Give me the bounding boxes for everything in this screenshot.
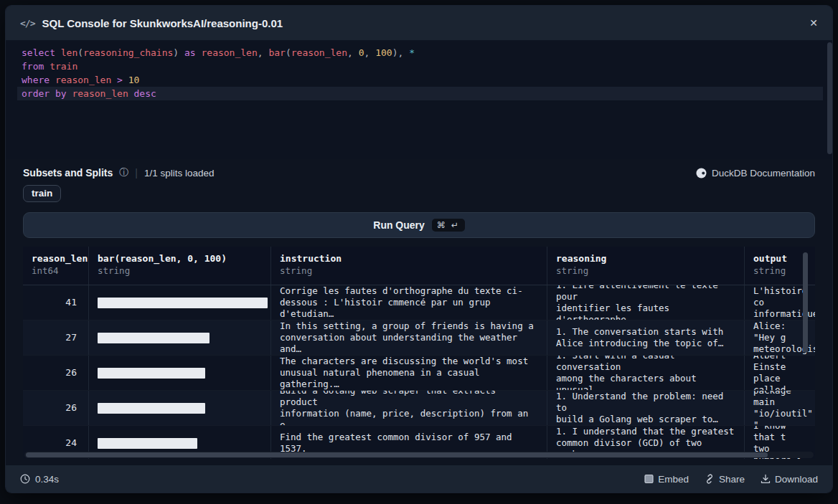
column-name: bar(reason_len, 0, 100) bbox=[98, 253, 262, 264]
column-header-reason-len[interactable]: reason_len int64 bbox=[23, 247, 89, 285]
splits-loaded-status: 1/1 splits loaded bbox=[144, 168, 215, 179]
cell-instruction: Corrige les fautes d'orthographe du text… bbox=[271, 285, 547, 320]
download-label: Download bbox=[775, 474, 818, 485]
cell-instruction: Build a Golang web scraper that extracts… bbox=[271, 391, 547, 425]
clock-icon bbox=[20, 474, 30, 484]
column-type: string bbox=[556, 265, 735, 276]
column-name: instruction bbox=[280, 253, 538, 264]
split-chip-train[interactable]: train bbox=[23, 185, 61, 202]
duckdb-documentation-link[interactable]: DuckDB Documentation bbox=[696, 168, 815, 179]
results-table: reason_len int64 bar(reason_len, 0, 100)… bbox=[23, 247, 815, 459]
column-header-instruction[interactable]: instruction string bbox=[271, 247, 547, 285]
column-type: string bbox=[753, 265, 806, 276]
cell-bar bbox=[89, 285, 271, 320]
doc-link-label: DuckDB Documentation bbox=[712, 168, 815, 179]
column-name: reason_len bbox=[32, 253, 80, 264]
page-backdrop: { "modal": { "title": "SQL Console for S… bbox=[0, 0, 838, 504]
link-icon bbox=[705, 474, 715, 484]
cell-reason-len: 27 bbox=[23, 320, 89, 355]
table-vertical-scrollbar[interactable] bbox=[803, 252, 808, 353]
bar-visualization bbox=[98, 298, 268, 308]
table-row[interactable]: 26Build a Golang web scraper that extrac… bbox=[23, 391, 815, 426]
table-row[interactable]: 26The characters are discussing the worl… bbox=[23, 356, 815, 391]
cell-reason-len: 41 bbox=[23, 285, 89, 320]
editor-scrollbar[interactable] bbox=[827, 42, 832, 154]
table-horizontal-scrollbar[interactable] bbox=[24, 452, 814, 458]
cell-instruction: In this setting, a group of friends is h… bbox=[271, 320, 547, 355]
sql-code-line: select len(reasoning_chains) as reason_l… bbox=[17, 46, 823, 60]
download-button[interactable]: Download bbox=[761, 474, 818, 485]
modal-header: </> SQL Console for SkunkworksAI/reasoni… bbox=[6, 6, 832, 40]
cell-bar bbox=[89, 320, 271, 355]
footer-actions: Embed Share Download bbox=[644, 474, 818, 485]
sql-code-lines: select len(reasoning_chains) as reason_l… bbox=[17, 46, 823, 100]
column-name: output bbox=[753, 253, 806, 264]
column-type: string bbox=[280, 265, 538, 276]
column-name: reasoning bbox=[556, 253, 735, 264]
sql-code-line: where reason_len > 10 bbox=[17, 73, 823, 87]
bar-visualization bbox=[98, 403, 205, 414]
column-type: int64 bbox=[32, 265, 80, 276]
bar-visualization bbox=[98, 333, 210, 343]
cell-reasoning: 1. Understand the problem: need to build… bbox=[547, 391, 745, 425]
column-type: string bbox=[98, 265, 262, 276]
sql-console-modal: </> SQL Console for SkunkworksAI/reasoni… bbox=[6, 6, 832, 493]
cell-reasoning: 1. Lire attentivement le texte pour iden… bbox=[547, 285, 745, 320]
cell-reasoning: 1. The conversation starts with Alice in… bbox=[547, 320, 745, 355]
sql-code-line: order by reason_len desc bbox=[17, 87, 823, 100]
duration-value: 0.34s bbox=[35, 474, 59, 485]
embed-label: Embed bbox=[658, 474, 689, 485]
subsets-title: Subsets and Splits bbox=[23, 167, 113, 179]
table-row[interactable]: 27In this setting, a group of friends is… bbox=[23, 320, 815, 356]
download-icon bbox=[761, 474, 771, 484]
horizontal-scrollbar-thumb[interactable] bbox=[26, 452, 768, 457]
subsets-row: Subsets and Splits ⓘ | 1/1 splits loaded… bbox=[23, 166, 815, 179]
code-icon: </> bbox=[20, 18, 34, 29]
column-header-reasoning[interactable]: reasoning string bbox=[547, 247, 745, 285]
bar-visualization bbox=[98, 368, 205, 379]
embed-icon bbox=[644, 474, 654, 484]
split-chips-row: train bbox=[23, 185, 815, 202]
share-label: Share bbox=[719, 474, 745, 485]
run-query-button[interactable]: Run Query ⌘ ↵ bbox=[23, 212, 815, 238]
divider: | bbox=[135, 167, 138, 179]
table-header-row: reason_len int64 bar(reason_len, 0, 100)… bbox=[23, 247, 815, 285]
query-duration: 0.34s bbox=[20, 474, 59, 485]
column-header-bar[interactable]: bar(reason_len, 0, 100) string bbox=[89, 247, 271, 285]
share-button[interactable]: Share bbox=[705, 474, 745, 485]
modal-footer: 0.34s Embed Share Download bbox=[6, 465, 832, 493]
bar-visualization bbox=[98, 438, 197, 449]
modal-title: SQL Console for SkunkworksAI/reasoning-0… bbox=[42, 17, 283, 29]
duckdb-logo-icon bbox=[696, 168, 707, 179]
cell-reason-len: 26 bbox=[23, 391, 89, 425]
cell-output: package main "io/ioutil" " bbox=[745, 391, 815, 425]
cell-reasoning: 1. Start with a casual conversation amon… bbox=[547, 356, 745, 390]
close-icon[interactable]: ✕ bbox=[809, 18, 818, 28]
table-body: 41Corrige les fautes d'orthographe du te… bbox=[23, 285, 815, 459]
embed-button[interactable]: Embed bbox=[644, 474, 689, 485]
cell-output: Albert Einste place called bbox=[745, 356, 815, 390]
cell-bar bbox=[89, 356, 271, 390]
run-query-label: Run Query bbox=[373, 219, 425, 231]
cell-reason-len: 26 bbox=[23, 356, 89, 390]
info-icon[interactable]: ⓘ bbox=[119, 166, 128, 179]
cell-instruction: The characters are discussing the world'… bbox=[271, 356, 547, 390]
keyboard-shortcut-badge: ⌘ ↵ bbox=[432, 219, 465, 232]
table-row[interactable]: 41Corrige les fautes d'orthographe du te… bbox=[23, 285, 815, 320]
sql-editor[interactable]: select len(reasoning_chains) as reason_l… bbox=[6, 40, 832, 159]
cell-bar bbox=[89, 391, 271, 425]
sql-code-line: from train bbox=[17, 60, 823, 73]
